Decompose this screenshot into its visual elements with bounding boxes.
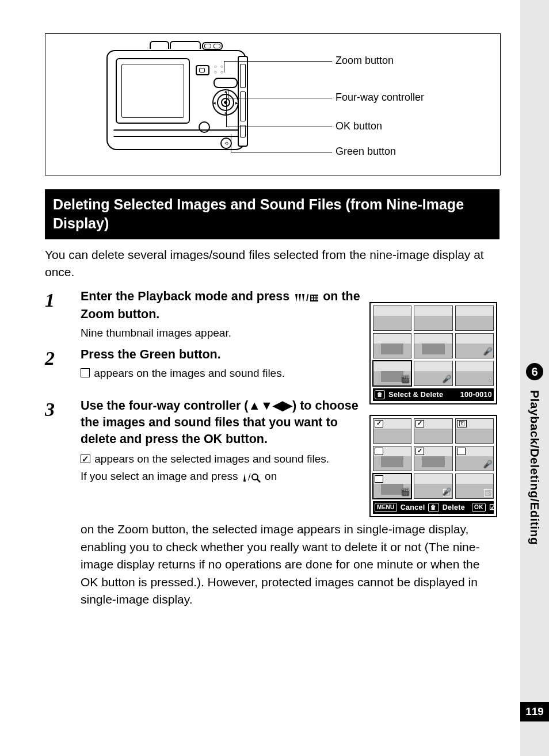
protected-key-icon: ⚿ [457,420,467,427]
step-3-continuation: on the Zoom button, the selected image a… [45,521,500,608]
lcd-preview-checklist: ⚿ 🎤 🎬 ▭🎤 ▭♪ MENU [369,415,497,517]
lcd2-delete: Delete [443,502,465,513]
step-3-sub-b-start: If you select an image and press / on [81,468,361,486]
step-number: 1 [45,288,67,341]
toggle-check-icon: ☑ [489,502,496,513]
step-1-title: Enter the Playback mode and press / on t… [81,288,361,323]
diagram-label-zoom: Zoom button [336,55,394,67]
lcd-column: 🎤 🎬 🎤 ♪ 🗑 Select & Delete 100-0010 [369,302,500,517]
chapter-number-badge: 6 [526,363,543,380]
svg-rect-2 [311,296,313,297]
page: 6 Playback/Deleting/Editing 119 ▲▼◀▶ [0,0,549,756]
voice-memo-icon: 🎤 [443,487,451,497]
step-number: 2 [45,346,67,381]
svg-text:/: / [306,293,309,303]
voice-memo-icon: 🎤 [483,460,492,469]
diagram-label-ok: OK button [336,120,382,132]
page-number: 119 [525,705,544,718]
svg-point-9 [252,474,258,480]
voice-memo-icon: 🎤 [483,347,492,357]
camera-lcd [116,58,190,124]
zoom-button-icon [214,78,238,88]
svg-rect-5 [311,298,313,300]
playback-button-icon [196,65,209,75]
movie-icon: 🎬 [401,487,410,497]
section-heading: Deleting Selected Images and Sound Files… [45,189,500,239]
lcd-preview-select: 🎤 🎬 🎤 ♪ 🗑 Select & Delete 100-0010 [369,302,497,404]
step-3-sub-a: appears on the selected images and sound… [81,451,361,467]
menu-pill: MENU [375,503,397,513]
content-area: ▲▼◀▶ ⟲ Zoom button Four-way controller O… [45,33,500,608]
svg-rect-4 [317,296,318,297]
step-3: 3 Use the four-way controller (▲▼◀▶) to … [45,398,500,608]
voice-memo-icon: 🎤 [443,375,451,384]
green-button-icon: ⟲ [220,138,232,149]
step-2-sub: appears on the images and sound files. [81,365,361,381]
page-number-box: 119 [520,702,549,721]
step-3-title: Use the four-way controller (▲▼◀▶) to ch… [81,398,361,448]
lcd1-bar-label: Select & Delete [388,390,443,400]
lcd2-cancel: Cancel [401,502,425,513]
trash-icon: 🗑 [428,503,439,513]
ok-button-icon [221,98,230,107]
wide-thumbnail-icon: / [293,289,319,306]
sound-file-icon: ♪ [489,487,492,497]
trash-icon: 🗑 [375,390,385,400]
ok-pill: OK [472,503,486,513]
svg-line-10 [257,479,260,482]
intro-text: You can delete several images/sound file… [45,246,500,281]
movie-icon: 🎬 [401,375,410,384]
camera-diagram: ▲▼◀▶ ⟲ Zoom button Four-way controller O… [45,33,501,175]
svg-rect-1 [310,295,318,301]
checkbox-empty-icon [81,368,90,377]
svg-text:/: / [248,472,251,482]
svg-rect-7 [317,298,318,300]
svg-rect-3 [314,296,316,297]
sound-file-icon: ♪ [489,375,492,384]
chapter-title: Playback/Deleting/Editing [528,390,542,545]
checkbox-checked-icon [81,455,90,463]
lcd1-bar-right: 100-0010 [460,390,492,400]
four-way-controller-icon: ▲▼◀▶ [212,89,239,116]
svg-rect-6 [314,298,316,300]
tele-magnify-icon: / [241,469,262,486]
diagram-label-fourway: Four-way controller [336,91,424,104]
step-1-sub: Nine thumbnail images appear. [81,325,361,341]
diagram-label-green: Green button [336,146,396,158]
step-2-title: Press the Green button. [81,346,361,363]
steps-list: 1 Enter the Playback mode and press / on… [45,288,500,609]
side-tab: 6 Playback/Deleting/Editing 119 [520,0,549,756]
